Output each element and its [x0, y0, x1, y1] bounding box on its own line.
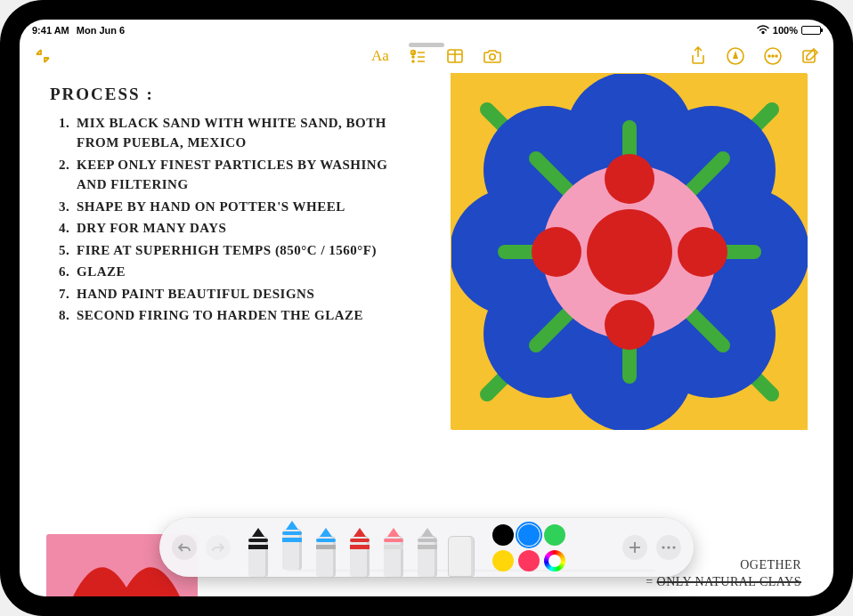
handwritten-list-item: 4.DRY FOR MANY DAYS: [59, 218, 397, 239]
color-yellow[interactable]: [492, 550, 514, 571]
svg-point-41: [662, 546, 664, 548]
tool-pencil[interactable]: [311, 527, 341, 577]
svg-point-12: [768, 55, 770, 57]
redo-button[interactable]: [206, 535, 231, 560]
status-date: Mon Jun 6: [77, 25, 125, 36]
tool-crayon[interactable]: [345, 527, 375, 577]
exit-fullscreen-button[interactable]: [32, 45, 53, 67]
color-green[interactable]: [544, 524, 565, 546]
status-bar: 9:41 AM Mon Jun 6 100%: [20, 20, 833, 39]
svg-point-13: [772, 55, 774, 57]
tool-marker[interactable]: [277, 520, 307, 570]
svg-point-36: [605, 300, 654, 350]
color-black[interactable]: [492, 524, 514, 546]
svg-point-9: [490, 54, 495, 60]
svg-point-38: [678, 227, 727, 277]
wifi-icon: [757, 25, 769, 36]
svg-point-35: [605, 154, 654, 204]
note-heading: PROCESS :: [50, 82, 397, 108]
battery-pct: 100%: [773, 25, 798, 36]
checklist-button[interactable]: [407, 45, 428, 67]
format-text-button[interactable]: Aa: [370, 45, 391, 67]
tool-ruler[interactable]: [446, 527, 476, 577]
handwritten-list-item: 7.HAND PAINT BEAUTIFUL DESIGNS: [59, 284, 397, 304]
svg-point-5: [412, 61, 414, 62]
add-button[interactable]: [622, 535, 647, 560]
handwritten-list-item: 5.FIRE AT SUPERHIGH TEMPS (850°C / 1560°…: [59, 240, 397, 261]
svg-point-42: [667, 546, 670, 548]
table-button[interactable]: [444, 45, 466, 67]
markup-more-button[interactable]: [656, 535, 681, 560]
status-time: 9:41 AM: [32, 25, 69, 36]
tool-lasso[interactable]: [412, 527, 443, 577]
screen: 9:41 AM Mon Jun 6 100% Aa: [20, 20, 833, 596]
more-button[interactable]: [762, 45, 784, 67]
handwritten-list-item: 3.SHAPE BY HAND ON POTTER'S WHEEL: [59, 197, 397, 217]
handwritten-list-item: 2.KEEP ONLY FINEST PARTICLES BY WASHING …: [59, 155, 397, 195]
markup-toolbar: [159, 518, 694, 577]
handwritten-list-item: 1.MIX BLACK SAND WITH WHITE SAND, BOTH F…: [59, 113, 397, 153]
handwriting-button[interactable]: [725, 45, 746, 67]
camera-button[interactable]: [482, 45, 503, 67]
color-palette: [492, 524, 565, 571]
svg-point-4: [412, 56, 414, 58]
handwritten-list-item: 8.SECOND FIRING TO HARDEN THE GLAZE: [59, 305, 397, 326]
tool-eraser[interactable]: [378, 527, 409, 577]
color-blue[interactable]: [518, 524, 540, 546]
ipad-frame: 9:41 AM Mon Jun 6 100% Aa: [0, 0, 853, 616]
undo-button[interactable]: [172, 535, 197, 560]
battery-icon: [801, 26, 821, 35]
svg-point-37: [532, 227, 581, 277]
color-picker[interactable]: [544, 550, 565, 571]
notes-toolbar: Aa: [20, 39, 833, 73]
color-red[interactable]: [518, 550, 540, 571]
svg-point-14: [776, 55, 777, 57]
tool-row: [243, 518, 476, 577]
sketch-tile[interactable]: [451, 73, 807, 429]
svg-point-34: [587, 209, 672, 295]
svg-point-43: [672, 546, 675, 548]
share-button[interactable]: [687, 45, 709, 67]
handwritten-list-item: 6.GLAZE: [59, 262, 397, 282]
tool-pen[interactable]: [243, 527, 273, 577]
compose-button[interactable]: [800, 45, 821, 67]
